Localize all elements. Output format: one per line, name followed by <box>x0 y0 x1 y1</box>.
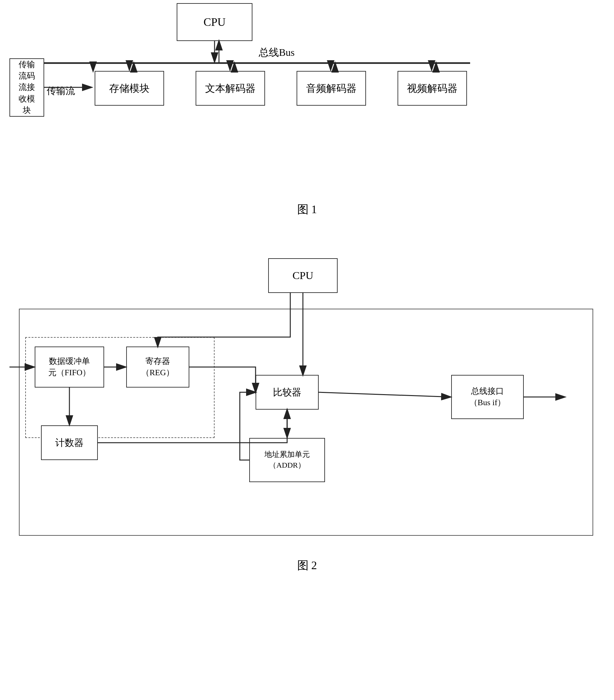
d1-video-decoder-box: 视频解码器 <box>397 71 467 105</box>
d1-transport-module-box: 传输 流码 流接 收模 块 <box>10 58 44 117</box>
d1-storage-box: 存储模块 <box>95 71 164 105</box>
d1-audio-decoder-label: 音频解码器 <box>306 82 357 96</box>
d2-reg-box: 寄存器 （REG） <box>126 347 189 388</box>
d2-fifo-label: 数据缓冲单 元（FIFO） <box>48 356 90 379</box>
d1-text-decoder-box: 文本解码器 <box>196 71 265 105</box>
d2-cpu-label: CPU <box>293 268 313 283</box>
transport-flow-label: 传输流 <box>47 85 75 98</box>
d1-transport-module-label: 传输 流码 流接 收模 块 <box>19 59 35 116</box>
figure1-label: 图 1 <box>0 196 614 224</box>
d2-comparator-box: 比较器 <box>256 375 319 410</box>
d1-video-decoder-label: 视频解码器 <box>407 82 457 96</box>
diagram2: CPU 数据存储单元 数据缓冲单 元（FIFO） 寄存器 （REG） 比较器 计… <box>0 249 614 564</box>
d2-addr-box: 地址累加单元 （ADDR） <box>249 438 325 482</box>
d1-cpu-box: CPU <box>177 3 253 41</box>
d2-addr-label: 地址累加单元 （ADDR） <box>265 449 310 471</box>
d1-storage-label: 存储模块 <box>109 82 149 96</box>
d2-bus-if-label: 总线接口 （Bus if） <box>469 386 506 409</box>
d2-counter-label: 计数器 <box>55 436 84 449</box>
d2-bus-if-box: 总线接口 （Bus if） <box>451 375 524 419</box>
d1-text-decoder-label: 文本解码器 <box>205 82 256 96</box>
diagram1: CPU 传输 流码 流接 收模 块 总线Bus 传输流 存储模块 文本解码器 音… <box>0 0 614 196</box>
d2-comparator-label: 比较器 <box>273 386 301 399</box>
d1-cpu-label: CPU <box>204 14 225 30</box>
d1-audio-decoder-box: 音频解码器 <box>297 71 366 105</box>
d2-reg-label: 寄存器 （REG） <box>142 356 174 379</box>
d2-cpu-box: CPU <box>268 258 337 293</box>
d2-counter-box: 计数器 <box>41 425 98 460</box>
d2-fifo-box: 数据缓冲单 元（FIFO） <box>35 347 104 388</box>
bus-label: 总线Bus <box>259 46 295 60</box>
